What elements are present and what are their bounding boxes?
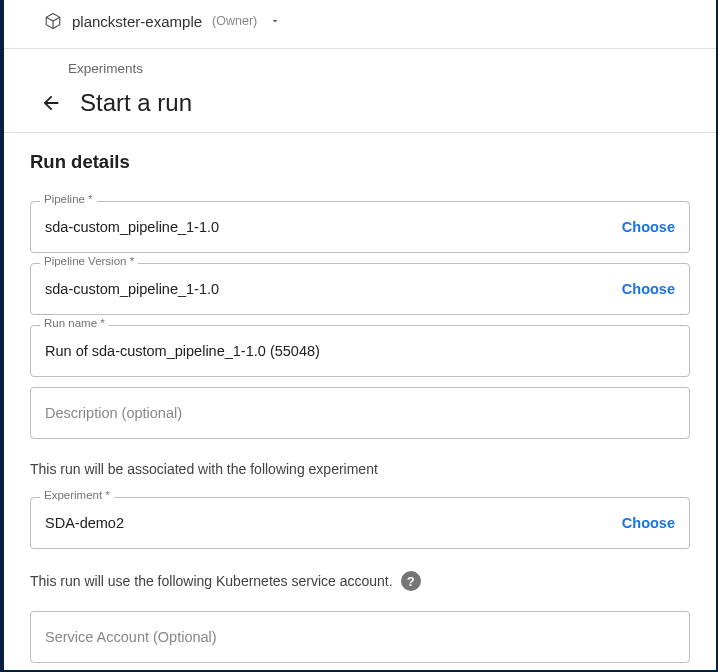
experiment-value[interactable]: SDA-demo2 <box>45 515 124 531</box>
helper-text-content: This run will use the following Kubernet… <box>30 573 393 589</box>
pipeline-version-choose-button[interactable]: Choose <box>622 281 675 297</box>
help-icon[interactable]: ? <box>401 571 421 591</box>
cube-icon <box>44 12 62 30</box>
run-name-field: Run name * <box>30 325 690 377</box>
owner-tag: (Owner) <box>212 14 257 28</box>
experiment-field: Experiment * SDA-demo2 Choose <box>30 497 690 549</box>
project-name[interactable]: planckster-example <box>72 13 202 30</box>
experiment-choose-button[interactable]: Choose <box>622 515 675 531</box>
helper-text-content: This run will be associated with the fol… <box>30 461 378 477</box>
field-label: Pipeline * <box>40 193 97 205</box>
service-account-field <box>30 611 690 663</box>
service-account-input[interactable] <box>45 629 675 645</box>
service-account-helper-text: This run will use the following Kubernet… <box>30 571 690 591</box>
pipeline-version-field: Pipeline Version * sda-custom_pipeline_1… <box>30 263 690 315</box>
chevron-down-icon[interactable] <box>269 15 281 27</box>
field-label: Experiment * <box>40 489 114 501</box>
content: Run details Pipeline * sda-custom_pipeli… <box>4 133 716 670</box>
back-arrow-icon[interactable] <box>36 88 66 118</box>
pipeline-choose-button[interactable]: Choose <box>622 219 675 235</box>
field-label: Pipeline Version * <box>40 255 138 267</box>
title-row: Start a run <box>4 82 716 133</box>
page-title: Start a run <box>80 89 192 117</box>
description-field <box>30 387 690 439</box>
pipeline-value[interactable]: sda-custom_pipeline_1-1.0 <box>45 219 219 235</box>
experiment-helper-text: This run will be associated with the fol… <box>30 461 690 477</box>
description-input[interactable] <box>45 405 675 421</box>
header: planckster-example (Owner) <box>4 0 716 49</box>
pipeline-field: Pipeline * sda-custom_pipeline_1-1.0 Cho… <box>30 201 690 253</box>
field-label: Run name * <box>40 317 109 329</box>
run-name-input[interactable] <box>45 343 675 359</box>
section-title: Run details <box>30 151 690 173</box>
pipeline-version-value[interactable]: sda-custom_pipeline_1-1.0 <box>45 281 219 297</box>
breadcrumb[interactable]: Experiments <box>4 49 716 82</box>
